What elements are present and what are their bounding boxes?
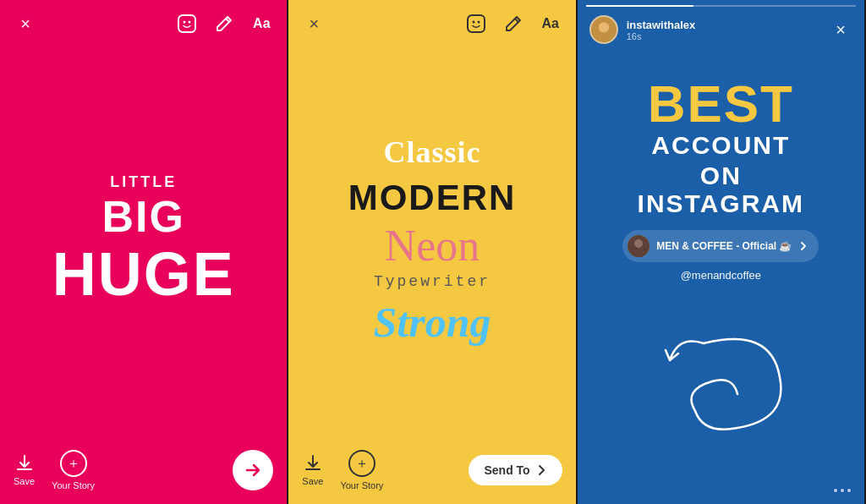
svg-point-4 [472, 21, 474, 24]
svg-point-10 [634, 239, 643, 248]
download-icon-2 [304, 454, 322, 473]
panel3-mention-name: MEN & COFFEE - Official ☕ [656, 240, 792, 252]
panel2-pencil-button[interactable] [502, 12, 525, 36]
dot-1 [834, 489, 837, 492]
panel-blue: instawithalex 16s × BEST ACCOUNTON INSTA… [578, 0, 866, 504]
panel2-save-action[interactable]: Save [302, 454, 323, 486]
text-icon-label-2: Aa [541, 16, 558, 31]
panel2-content: Classic MODERN Neon Typewriter Strong [288, 42, 575, 440]
panel1-story-action[interactable]: ＋ Your Story [52, 450, 95, 490]
panel3-account-on: ACCOUNTON [638, 130, 804, 191]
panel3-handle: @menandcoffee [681, 269, 761, 282]
panel2-send-to-button[interactable]: Send To [469, 455, 562, 485]
text-icon-label: Aa [253, 16, 270, 31]
svg-rect-0 [178, 15, 195, 32]
svg-point-2 [189, 21, 191, 24]
panel2-classic: Classic [383, 134, 480, 171]
svg-point-5 [477, 21, 480, 24]
panel3-more-options[interactable] [834, 489, 851, 492]
panel2-story-circle: ＋ [348, 450, 375, 477]
panel2-typewriter: Typewriter [374, 273, 491, 292]
panel1-save-action[interactable]: Save [14, 454, 35, 486]
panel3-mention-card[interactable]: MEN & COFFEE - Official ☕ [622, 230, 819, 262]
panel1-huge: HUGE [52, 241, 235, 308]
panel3-username: instawithalex [627, 19, 820, 31]
panel3-text-block: BEST ACCOUNTON INSTAGRAM [638, 78, 804, 216]
panel2-neon: Neon [385, 224, 480, 268]
panel2-toolbar: Aa [464, 12, 562, 36]
svg-point-7 [598, 22, 608, 32]
panel1-top-bar: × Aa [0, 0, 287, 42]
panel2-bottom-bar: Save ＋ Your Story Send To [288, 440, 575, 504]
panel2-top-bar: × Aa [288, 0, 575, 42]
panel1-toolbar: Aa [175, 12, 273, 36]
panel1-arrow-button[interactable] [233, 450, 273, 490]
panel2-story-action[interactable]: ＋ Your Story [340, 450, 383, 490]
panel1-little: LITTLE [52, 174, 235, 191]
panel1-close-button[interactable]: × [14, 12, 37, 36]
face-icon [178, 14, 196, 33]
panel2-story-label: Your Story [340, 480, 383, 490]
panel2-modern: MODERN [348, 177, 517, 219]
chevron-right-icon [535, 464, 547, 476]
face-icon-2 [467, 14, 485, 33]
pencil-icon-2 [505, 15, 522, 32]
panel2-save-label: Save [302, 476, 323, 486]
panel3-close-button[interactable]: × [829, 18, 852, 41]
panel3-best: BEST [638, 78, 804, 130]
panel1-bottom-actions: Save ＋ Your Story [14, 450, 95, 490]
panel1-story-label: Your Story [52, 480, 95, 490]
download-icon [15, 454, 34, 473]
mention-chevron-icon [798, 241, 808, 251]
send-to-label: Send To [484, 463, 529, 477]
panel1-text-button[interactable]: Aa [249, 12, 273, 36]
panel3-mention-avatar [628, 235, 650, 257]
svg-rect-3 [468, 15, 485, 32]
panel-pink: × Aa LITTLE [0, 0, 288, 504]
panel3-instagram: INSTAGRAM [638, 191, 804, 216]
panel2-bottom-actions: Save ＋ Your Story [302, 450, 383, 490]
panel1-save-label: Save [14, 476, 35, 486]
panel3-user-info: instawithalex 16s [627, 19, 820, 41]
panel-yellow: × Aa Classic [288, 0, 577, 504]
mention-avatar-image [628, 235, 650, 257]
panel2-text-block: Classic MODERN Neon Typewriter Strong [348, 134, 517, 347]
panel2-text-button[interactable]: Aa [539, 12, 562, 36]
panel2-face-button[interactable] [464, 12, 488, 36]
panel2-strong: Strong [374, 297, 491, 348]
panel3-bottom-bar [578, 480, 864, 504]
panel3-top-bar: instawithalex 16s × [578, 7, 864, 52]
neon-swirl-svg [636, 318, 805, 453]
panel1-face-button[interactable] [175, 12, 199, 36]
panel1-content: LITTLE BIG HUGE [0, 42, 287, 440]
panel1-big: BIG [52, 193, 235, 241]
panel1-bottom-bar: Save ＋ Your Story [0, 440, 287, 504]
avatar-image [591, 15, 617, 44]
panel3-time: 16s [627, 31, 820, 41]
panel1-pencil-button[interactable] [212, 12, 236, 36]
panel1-story-circle: ＋ [60, 450, 87, 477]
panel3-swirl-drawing [636, 318, 805, 453]
arrow-right-icon [244, 461, 262, 479]
dot-2 [841, 489, 844, 492]
svg-point-1 [184, 21, 186, 24]
panel2-close-button[interactable]: × [302, 12, 326, 36]
panel3-avatar [589, 15, 618, 44]
panel1-text-block: LITTLE BIG HUGE [52, 174, 235, 308]
pencil-icon [216, 15, 233, 32]
dot-3 [847, 489, 851, 492]
